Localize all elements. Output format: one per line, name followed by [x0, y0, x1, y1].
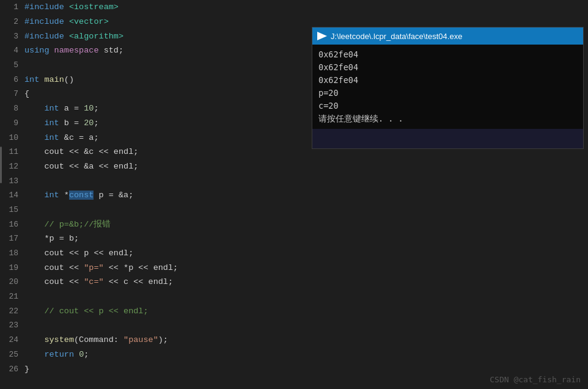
line-number-2: 2 [0, 17, 24, 26]
keyword-int-b: int [44, 118, 59, 128]
keyword-int-a: int [44, 104, 59, 113]
terminal-line-4: p=20 [318, 87, 577, 100]
code-line-17: 17 *p = b; [0, 231, 306, 246]
code-line-11: 11 cout << &c << endl; [0, 145, 306, 159]
line-content-24: system(Command: "pause"); [24, 335, 168, 344]
code-line-12: 12 cout << &a << endl; [0, 159, 306, 174]
terminal-titlebar[interactable]: J:\leetcode\.lcpr_data\face\test04.exe [312, 27, 583, 45]
code-line-8: 8 int a = 10; [0, 101, 306, 116]
text-std: std; [99, 46, 124, 55]
code-line-22: 22 // cout << p << endl; [0, 304, 306, 318]
code-line-26: 26 } [0, 362, 306, 376]
line-number-17: 17 [0, 234, 24, 243]
keyword-include: #include [24, 2, 69, 12]
line-content-6: int main() [24, 75, 74, 84]
code-line-5: 5 [0, 58, 306, 73]
code-line-4: 4 using namespace std; [0, 43, 306, 58]
line-number-15: 15 [0, 205, 24, 214]
include-header2: <vector> [69, 17, 109, 26]
code-line-19: 19 cout << "p=" << *p << endl; [0, 260, 306, 275]
line-content-26: } [24, 365, 29, 374]
line-number-12: 12 [0, 162, 24, 171]
code-line-20: 20 cout << "c=" << c << endl; [0, 275, 306, 289]
num-20: 20 [84, 118, 94, 128]
line-content-25: return 0; [24, 350, 89, 359]
terminal-line-1: 0x62fe04 [318, 48, 577, 61]
code-line-13: 13 [0, 173, 306, 188]
str-c-eq: "c=" [84, 277, 103, 286]
terminal-title: J:\leetcode\.lcpr_data\face\test04.exe [331, 32, 462, 41]
line-number-20: 20 [0, 277, 24, 286]
line-content-7: { [24, 89, 29, 98]
code-line-25: 25 return 0; [0, 347, 306, 362]
line-number-23: 23 [0, 321, 24, 330]
line-number-25: 25 [0, 350, 24, 359]
line-number-8: 8 [0, 104, 24, 113]
terminal-body: 0x62fe04 0x62fe04 0x62fe04 p=20 c=20 请按任… [312, 45, 583, 129]
line-number-4: 4 [0, 46, 24, 55]
terminal-line-6: 请按任意键继续. . . [318, 112, 577, 125]
code-line-23: 23 [0, 318, 306, 333]
terminal-window: J:\leetcode\.lcpr_data\face\test04.exe 0… [312, 27, 584, 149]
line-content-2: #include <vector> [24, 17, 109, 26]
line-number-10: 10 [0, 133, 24, 142]
keyword-using: using [24, 46, 54, 55]
line-number-1: 1 [0, 2, 24, 12]
line-content-12: cout << &a << endl; [24, 162, 138, 171]
code-line-24: 24 system(Command: "pause"); [0, 333, 306, 347]
line-content-17: *p = b; [24, 234, 79, 243]
watermark: CSDN @cat_fish_rain [490, 375, 581, 384]
scroll-indicator[interactable] [0, 147, 2, 183]
line-content-22: // cout << p << endl; [24, 307, 149, 316]
line-content-20: cout << "c=" << c << endl; [24, 277, 173, 286]
line-content-3: #include <algorithm> [24, 32, 123, 41]
terminal-line-3: 0x62fe04 [318, 74, 577, 87]
code-line-15: 15 [0, 203, 306, 217]
line-content-8: int a = 10; [24, 104, 99, 113]
line-content-16: // p=&b;//报错 [24, 219, 111, 230]
line-number-11: 11 [0, 147, 24, 156]
code-lines: 1 #include <iostream> 2 #include <vector… [0, 0, 306, 376]
include-header: <iostream> [69, 2, 119, 12]
code-line-6: 6 int main() [0, 72, 306, 87]
num-10: 10 [84, 104, 94, 113]
code-line-18: 18 cout << p << endl; [0, 246, 306, 261]
keyword-int-main: int [24, 75, 44, 84]
line-number-19: 19 [0, 263, 24, 272]
line-number-18: 18 [0, 249, 24, 258]
line-number-16: 16 [0, 220, 24, 229]
open-brace: { [24, 89, 29, 98]
code-line-14: 14 int *const p = &a; [0, 188, 306, 203]
line-number-13: 13 [0, 176, 24, 186]
keyword-int-c: int [44, 133, 59, 142]
keyword-namespace: namespace [54, 46, 99, 55]
line-number-3: 3 [0, 32, 24, 41]
func-system: system [44, 335, 74, 344]
str-p-eq: "p=" [84, 263, 103, 272]
code-line-2: 2 #include <vector> [0, 15, 306, 29]
keyword-return: return [44, 350, 74, 359]
line-number-7: 7 [0, 89, 24, 98]
line-content-4: using namespace std; [24, 46, 123, 55]
line-content-14: int *const p = &a; [24, 191, 133, 200]
main-container: 1 #include <iostream> 2 #include <vector… [0, 0, 588, 389]
line-number-26: 26 [0, 365, 24, 374]
func-main: main [44, 75, 64, 84]
include-header3: <algorithm> [69, 32, 123, 41]
comment-22: // cout << p << endl; [24, 307, 149, 316]
keyword-include3: #include [24, 32, 69, 41]
code-line-7: 7 { [0, 87, 306, 101]
text-parens: () [64, 75, 74, 84]
line-number-21: 21 [0, 292, 24, 301]
terminal-line-2: 0x62fe04 [318, 61, 577, 74]
code-editor: 1 #include <iostream> 2 #include <vector… [0, 0, 306, 389]
line-number-22: 22 [0, 307, 24, 316]
line-number-9: 9 [0, 118, 24, 128]
terminal-icon [317, 32, 327, 40]
str-pause: "pause" [123, 335, 158, 344]
line-content-10: int &c = a; [24, 133, 99, 142]
keyword-const: const [69, 191, 94, 200]
num-0: 0 [79, 350, 84, 359]
code-line-10: 10 int &c = a; [0, 130, 306, 145]
line-content-1: #include <iostream> [24, 2, 119, 12]
